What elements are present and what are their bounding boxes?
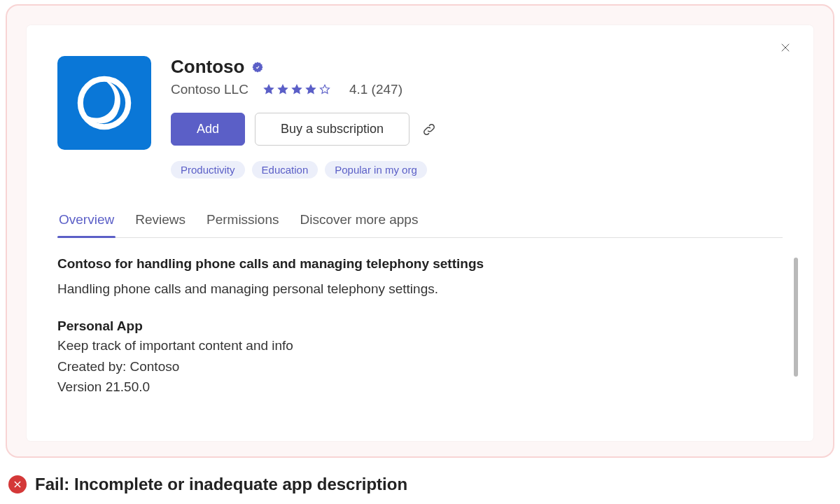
add-button[interactable]: Add xyxy=(171,113,245,146)
meta-version: Version 21.50.0 xyxy=(57,377,783,397)
meta-tagline: Keep track of important content and info xyxy=(57,335,783,356)
link-icon xyxy=(421,122,437,137)
tab-permissions[interactable]: Permissions xyxy=(205,212,280,237)
overview-panel: Contoso for handling phone calls and man… xyxy=(57,256,783,398)
app-header-info: Contoso Contoso LLC 4.1 (247) Add Buy a … xyxy=(171,56,783,178)
rating-stars xyxy=(262,83,331,96)
star-filled-icon xyxy=(304,83,317,96)
star-empty-icon xyxy=(318,83,331,96)
tab-discover-more-apps[interactable]: Discover more apps xyxy=(298,212,419,237)
app-details-dialog: Contoso Contoso LLC 4.1 (247) Add Buy a … xyxy=(27,25,813,441)
meta-created-by: Created by: Contoso xyxy=(57,356,783,377)
validation-annotation: Fail: Incomplete or inadequate app descr… xyxy=(8,475,407,494)
tag-row: ProductivityEducationPopular in my org xyxy=(171,161,783,178)
overview-headline: Contoso for handling phone calls and man… xyxy=(57,256,783,272)
tag-productivity[interactable]: Productivity xyxy=(171,161,245,178)
publisher-name: Contoso LLC xyxy=(171,82,248,97)
close-button[interactable] xyxy=(776,38,795,57)
overview-description: Handling phone calls and managing person… xyxy=(57,279,783,299)
tab-overview[interactable]: Overview xyxy=(57,212,115,237)
fail-icon xyxy=(8,475,27,493)
annotation-outline: Contoso Contoso LLC 4.1 (247) Add Buy a … xyxy=(6,4,834,458)
scrollbar-thumb[interactable] xyxy=(794,258,798,377)
app-logo xyxy=(57,56,151,150)
close-icon xyxy=(779,41,792,54)
app-title: Contoso xyxy=(171,56,244,78)
star-filled-icon xyxy=(262,83,275,96)
star-filled-icon xyxy=(276,83,289,96)
tab-bar: OverviewReviewsPermissionsDiscover more … xyxy=(57,212,783,238)
action-row: Add Buy a subscription xyxy=(171,113,783,146)
validation-message: Fail: Incomplete or inadequate app descr… xyxy=(35,475,407,494)
overview-meta: Personal App Keep track of important con… xyxy=(57,318,783,397)
star-filled-icon xyxy=(290,83,303,96)
tag-education[interactable]: Education xyxy=(252,161,318,178)
meta-title: Personal App xyxy=(57,318,783,334)
rating-summary: 4.1 (247) xyxy=(349,82,402,97)
tag-popular-in-my-org[interactable]: Popular in my org xyxy=(325,161,427,178)
tab-reviews[interactable]: Reviews xyxy=(134,212,187,237)
verified-badge-icon xyxy=(251,61,264,74)
subscribe-button[interactable]: Buy a subscription xyxy=(255,113,410,146)
app-header: Contoso Contoso LLC 4.1 (247) Add Buy a … xyxy=(57,56,783,178)
app-logo-icon xyxy=(73,71,136,134)
copy-link-button[interactable] xyxy=(419,120,439,139)
